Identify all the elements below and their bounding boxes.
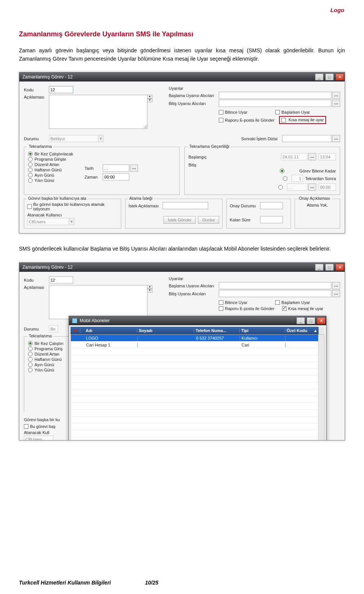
zaman-input[interactable] — [103, 173, 129, 180]
durumu-select[interactable] — [49, 135, 98, 142]
maximize-icon[interactable]: □ — [325, 264, 334, 271]
footer-page-number: 10/25 — [145, 580, 158, 586]
bitis-alicilari-input[interactable] — [219, 100, 331, 107]
baslama-alicilari-lookup-icon[interactable]: … — [332, 282, 340, 289]
sonraki-islem-input[interactable] — [282, 135, 331, 142]
kodu-input[interactable] — [49, 276, 73, 284]
grid-header-telefon[interactable]: Telefon Numa... — [194, 328, 240, 333]
maximize-icon[interactable]: □ — [307, 317, 315, 324]
table-row[interactable] — [71, 396, 318, 403]
table-row[interactable] — [71, 430, 318, 437]
baslama-alicilari-input[interactable] — [219, 282, 331, 289]
grid-header-soyadi[interactable]: Soyadı — [137, 328, 194, 333]
bitis-alicilari-lookup-icon[interactable]: … — [332, 100, 340, 107]
grid-header-ozel[interactable]: Özel Kodu — [285, 328, 312, 333]
baslama-alicilari-input[interactable] — [219, 92, 331, 99]
bitis-alicilari-input[interactable] — [219, 290, 331, 297]
table-row[interactable] — [71, 403, 318, 410]
atanacak-kullanici-select[interactable] — [24, 436, 53, 440]
grid-scroll-up-icon[interactable] — [318, 327, 325, 334]
kodu-input[interactable] — [49, 86, 73, 93]
table-row[interactable] — [71, 355, 318, 362]
assign-checkbox[interactable] — [27, 204, 32, 209]
rapor-eposta-checkbox[interactable] — [219, 118, 223, 122]
close-icon[interactable]: ✕ — [336, 264, 344, 271]
repeat-radio-4[interactable] — [28, 362, 33, 367]
window-title: Zamanlanmış Görev - 12 — [22, 265, 73, 270]
aciklama-input[interactable] — [49, 95, 147, 129]
textarea-scroll-up-icon[interactable]: ▲ — [147, 95, 152, 99]
table-row[interactable] — [71, 410, 318, 417]
table-row[interactable] — [71, 417, 318, 423]
grid-header-tipi[interactable]: Tipi — [240, 328, 285, 333]
table-row[interactable] — [71, 389, 318, 396]
minimize-icon[interactable]: _ — [297, 317, 305, 324]
baslama-alicilari-label: Başlama Uyarısı Alıcıları — [169, 93, 219, 98]
aciklama-input[interactable] — [49, 285, 147, 319]
repeat-radio-2[interactable] — [28, 352, 33, 356]
bitis-radio-0[interactable] — [280, 169, 284, 173]
bitis-radio-1[interactable] — [283, 176, 287, 181]
bitis-radio-2[interactable] — [278, 185, 283, 190]
table-row[interactable] — [71, 423, 318, 430]
tarih-input[interactable] — [103, 165, 129, 172]
table-row[interactable] — [71, 382, 318, 389]
tarih-lookup-icon[interactable]: … — [130, 165, 138, 172]
repeat-radio-1[interactable] — [28, 346, 33, 351]
bitis-alicilari-lookup-icon[interactable]: … — [332, 290, 340, 297]
baslangic-date-input[interactable] — [281, 153, 308, 160]
onay-durumu-input[interactable] — [260, 202, 283, 209]
repeat-radio-0[interactable] — [28, 341, 33, 346]
chevron-down-icon[interactable]: ▾ — [69, 218, 74, 225]
grid-header-adi[interactable]: Adı — [80, 328, 137, 333]
maximize-icon[interactable]: □ — [325, 74, 334, 80]
kisa-mesaj-checkbox[interactable] — [282, 306, 287, 311]
istek-aciklama-input[interactable] — [163, 202, 208, 209]
bitince-uyar-checkbox[interactable] — [219, 300, 223, 305]
grid-scrollbar[interactable] — [318, 335, 324, 440]
repeat-radio-0[interactable] — [28, 152, 33, 156]
kisa-mesaj-checkbox[interactable] — [281, 118, 286, 122]
istek-gonder-button[interactable]: İstek Gönder — [163, 216, 196, 224]
repeat-radio-5[interactable] — [28, 368, 33, 372]
table-row[interactable]: LOGO 0 532 3740257 Kullanıcı — [71, 335, 318, 342]
grid-corner-icon[interactable]: ✖ — [74, 328, 77, 333]
rapor-eposta-checkbox[interactable] — [219, 306, 223, 311]
baslarken-uyar-checkbox[interactable] — [275, 110, 280, 114]
repeat-radio-2[interactable] — [28, 162, 33, 167]
baslarken-uyar-checkbox[interactable] — [275, 300, 280, 305]
durdur-button[interactable]: Durdur — [198, 216, 219, 224]
repeat-radio-4[interactable] — [28, 173, 33, 177]
bitis-time-input[interactable] — [318, 183, 336, 191]
repeat-radio-1[interactable] — [28, 157, 33, 161]
kalan-sure-input[interactable] — [260, 216, 283, 223]
assign-checkbox[interactable] — [24, 424, 28, 429]
bitis-date-lookup-icon[interactable]: … — [308, 183, 316, 191]
textarea-scroll-down-icon[interactable]: ▼ — [147, 99, 152, 102]
textarea-scroll-up-icon[interactable]: ▲ — [147, 285, 152, 289]
minimize-icon[interactable]: _ — [315, 264, 323, 271]
baslangic-time-input[interactable] — [318, 153, 336, 160]
bitince-uyar-checkbox[interactable] — [219, 110, 223, 114]
table-row[interactable]: Cari Hesap 1 Cari — [71, 342, 318, 348]
close-icon[interactable]: ✕ — [317, 317, 325, 324]
table-row[interactable] — [71, 348, 318, 355]
table-row[interactable] — [71, 362, 318, 369]
close-icon[interactable]: ✕ — [336, 74, 344, 80]
repeat-radio-3[interactable] — [28, 357, 33, 362]
tekrarlanma-fieldset-partial: Tekrarlanma Bir Kez Çalıştırı Programa G… — [24, 336, 73, 412]
sonraki-islem-lookup-icon[interactable]: … — [332, 135, 340, 142]
baslangic-date-lookup-icon[interactable]: … — [308, 153, 316, 160]
repeat-radio-3[interactable] — [28, 168, 33, 172]
atanacak-kullanici-select[interactable] — [27, 218, 69, 225]
textarea-scroll-down-icon[interactable]: ▼ — [147, 289, 152, 293]
minimize-icon[interactable]: _ — [315, 74, 323, 80]
table-row[interactable] — [71, 369, 318, 376]
repeat-radio-5[interactable] — [28, 178, 33, 183]
sort-icon[interactable]: ▲ — [312, 328, 318, 333]
table-row[interactable] — [71, 376, 318, 382]
bitis-date-input[interactable] — [287, 183, 308, 191]
baslama-alicilari-lookup-icon[interactable]: … — [332, 92, 340, 99]
bitis-count-input[interactable] — [292, 175, 303, 182]
chevron-down-icon[interactable]: ▾ — [98, 135, 104, 142]
